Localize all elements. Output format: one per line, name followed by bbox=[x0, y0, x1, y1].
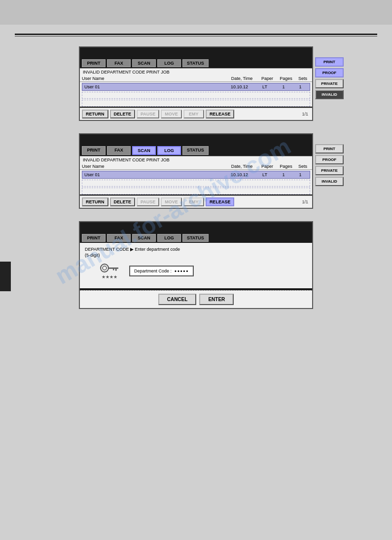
side-btn-proof-1[interactable]: PROOF bbox=[315, 68, 344, 77]
tab-log-1[interactable]: LOG bbox=[157, 59, 181, 67]
screen1-wrapper: PRINT FAX SCAN LOG STATUS INVALID DEPART… bbox=[15, 46, 377, 121]
row1-sets-1: 1 bbox=[293, 84, 308, 89]
table-row[interactable]: User 01 10.10.12 LT 1 1 bbox=[82, 83, 310, 91]
btn-move-1: MOVE bbox=[161, 110, 182, 118]
left-sidebar-tab bbox=[0, 262, 11, 291]
screen3-tab-bar: PRINT FAX SCAN LOG STATUS bbox=[80, 233, 312, 243]
dept-code-value: ••••• bbox=[175, 268, 189, 274]
col-header-paper-2: Paper bbox=[258, 164, 277, 169]
screen2-page-indicator: 1/1 bbox=[302, 199, 310, 204]
row1-sets-2: 1 bbox=[293, 172, 308, 177]
table-row-2[interactable]: User 01 10.10.12 LT 1 1 bbox=[82, 171, 310, 179]
svg-rect-4 bbox=[113, 269, 114, 270]
screen2-action-bar: RETURN DELETE PAUSE MOVE EMY RELEASE 1/1 bbox=[80, 195, 312, 208]
btn-return-2[interactable]: RETURN bbox=[82, 197, 108, 206]
screen1-title-bar bbox=[80, 47, 312, 58]
table-row-empty-2a bbox=[82, 180, 310, 187]
tab-print-1[interactable]: PRINT bbox=[82, 59, 106, 67]
col-header-pages-1: Pages bbox=[277, 76, 295, 81]
row1-pages-2: 1 bbox=[274, 172, 293, 177]
tab-log-2[interactable]: LOG bbox=[157, 146, 181, 155]
tab-status-3[interactable]: STATUS bbox=[182, 234, 209, 242]
screen1-inner: PRINT FAX SCAN LOG STATUS INVALID DEPART… bbox=[79, 46, 313, 121]
screen2-side-buttons: PRINT PROOF PRIVATE INVALID bbox=[315, 144, 344, 186]
btn-enter-3[interactable]: ENTER bbox=[199, 294, 234, 305]
dept-icon-area: ★★★★ Department Code : ••••• bbox=[100, 263, 307, 279]
table-row-empty-1b bbox=[82, 100, 310, 107]
tab-log-3[interactable]: LOG bbox=[157, 234, 181, 242]
btn-delete-2[interactable]: DELETE bbox=[110, 197, 136, 206]
screen1-page-indicator: 1/1 bbox=[302, 112, 310, 116]
btn-pause-2: PAUSE bbox=[137, 197, 159, 206]
screen2-tab-bar: PRINT FAX SCAN LOG STATUS bbox=[80, 145, 312, 156]
screen2: PRINT FAX SCAN LOG STATUS INVALID DEPART… bbox=[79, 133, 313, 209]
screen1: PRINT FAX SCAN LOG STATUS INVALID DEPART… bbox=[79, 46, 313, 121]
table-row-empty-2b bbox=[82, 188, 310, 194]
dept-instruction-1: DEPARTMENT CODE ▶ Enter department code bbox=[85, 247, 307, 252]
row1-pages-1: 1 bbox=[274, 84, 293, 89]
side-btn-print-2[interactable]: PRINT bbox=[315, 144, 344, 154]
screen3: PRINT FAX SCAN LOG STATUS DEPARTMENT COD… bbox=[79, 221, 313, 309]
side-btn-invalid-1[interactable]: INVALID bbox=[315, 90, 344, 99]
screen2-table-header: User Name Date, Time Paper Pages Sets bbox=[80, 163, 312, 170]
key-icon bbox=[100, 263, 119, 273]
side-btn-private-1[interactable]: PRIVATE bbox=[315, 79, 344, 88]
row1-name-1: User 01 bbox=[84, 84, 223, 89]
col-header-datetime-1: Date, Time bbox=[226, 76, 258, 81]
screen2-table: User Name Date, Time Paper Pages Sets Us… bbox=[80, 163, 312, 194]
btn-delete-1[interactable]: DELETE bbox=[110, 110, 136, 118]
btn-emy-1: EMY bbox=[183, 110, 204, 118]
tab-print-2[interactable]: PRINT bbox=[82, 146, 106, 155]
btn-release-2[interactable]: RELEASE bbox=[206, 197, 235, 206]
btn-emy-2: EMY bbox=[183, 197, 204, 206]
side-btn-proof-2[interactable]: PROOF bbox=[315, 155, 344, 164]
dept-code-label: Department Code : bbox=[134, 269, 172, 273]
tab-status-1[interactable]: STATUS bbox=[182, 59, 209, 67]
screen1-action-bar: RETURN DELETE PAUSE MOVE EMY RELEASE 1/1 bbox=[80, 108, 312, 120]
side-btn-private-2[interactable]: PRIVATE bbox=[315, 166, 344, 175]
tab-scan-1[interactable]: SCAN bbox=[132, 59, 156, 67]
btn-cancel-3[interactable]: CANCEL bbox=[158, 294, 197, 305]
key-icon-area: ★★★★ bbox=[100, 263, 119, 279]
btn-release-1[interactable]: RELEASE bbox=[206, 110, 235, 118]
tab-fax-3[interactable]: FAX bbox=[107, 234, 131, 242]
btn-return-1[interactable]: RETURN bbox=[82, 110, 108, 118]
row1-name-2: User 01 bbox=[84, 172, 223, 177]
col-header-name-2: User Name bbox=[82, 164, 226, 169]
key-svg bbox=[100, 263, 119, 273]
svg-rect-3 bbox=[115, 269, 117, 271]
screen1-table-header: User Name Date, Time Paper Pages Sets bbox=[80, 76, 312, 82]
col-header-datetime-2: Date, Time bbox=[226, 164, 258, 169]
row1-paper-1: LT bbox=[255, 84, 274, 89]
screen2-inner: PRINT FAX SCAN LOG STATUS INVALID DEPART… bbox=[79, 133, 313, 209]
screen1-tab-bar: PRINT FAX SCAN LOG STATUS bbox=[80, 58, 312, 68]
tab-fax-1[interactable]: FAX bbox=[107, 59, 131, 67]
col-header-name-1: User Name bbox=[82, 76, 226, 81]
dept-code-input[interactable]: Department Code : ••••• bbox=[129, 266, 194, 276]
dept-action-bar: CANCEL ENTER bbox=[80, 290, 312, 308]
dept-screen-content: DEPARTMENT CODE ▶ Enter department code … bbox=[80, 243, 312, 288]
tab-status-2[interactable]: STATUS bbox=[182, 146, 209, 155]
tab-print-3[interactable]: PRINT bbox=[82, 234, 106, 242]
tab-fax-2[interactable]: FAX bbox=[107, 146, 131, 155]
row1-datetime-2: 10.10.12 bbox=[223, 172, 255, 177]
header-line-thin bbox=[15, 36, 377, 37]
screen2-wrapper: PRINT FAX SCAN LOG STATUS INVALID DEPART… bbox=[15, 133, 377, 209]
btn-pause-1: PAUSE bbox=[137, 110, 159, 118]
page-content: PRINT FAX SCAN LOG STATUS INVALID DEPART… bbox=[0, 25, 392, 326]
side-btn-print-1[interactable]: PRINT bbox=[315, 57, 344, 67]
screen3-inner: PRINT FAX SCAN LOG STATUS DEPARTMENT COD… bbox=[79, 221, 313, 309]
screen1-table: User Name Date, Time Paper Pages Sets Us… bbox=[80, 76, 312, 107]
screen1-side-buttons: PRINT PROOF PRIVATE INVALID bbox=[315, 57, 344, 99]
side-btn-invalid-2[interactable]: INVALID bbox=[315, 177, 344, 186]
col-header-pages-2: Pages bbox=[277, 164, 295, 169]
header-line-thick bbox=[15, 34, 377, 35]
row1-paper-2: LT bbox=[255, 172, 274, 177]
row1-datetime-1: 10.10.12 bbox=[223, 84, 255, 89]
tab-scan-3[interactable]: SCAN bbox=[132, 234, 156, 242]
tab-scan-2[interactable]: SCAN bbox=[132, 146, 156, 155]
col-header-sets-1: Sets bbox=[295, 76, 310, 81]
col-header-sets-2: Sets bbox=[295, 164, 310, 169]
col-header-paper-1: Paper bbox=[258, 76, 277, 81]
screen2-info-bar: INVALID DEPARTMENT CODE PRINT JOB bbox=[80, 156, 312, 163]
